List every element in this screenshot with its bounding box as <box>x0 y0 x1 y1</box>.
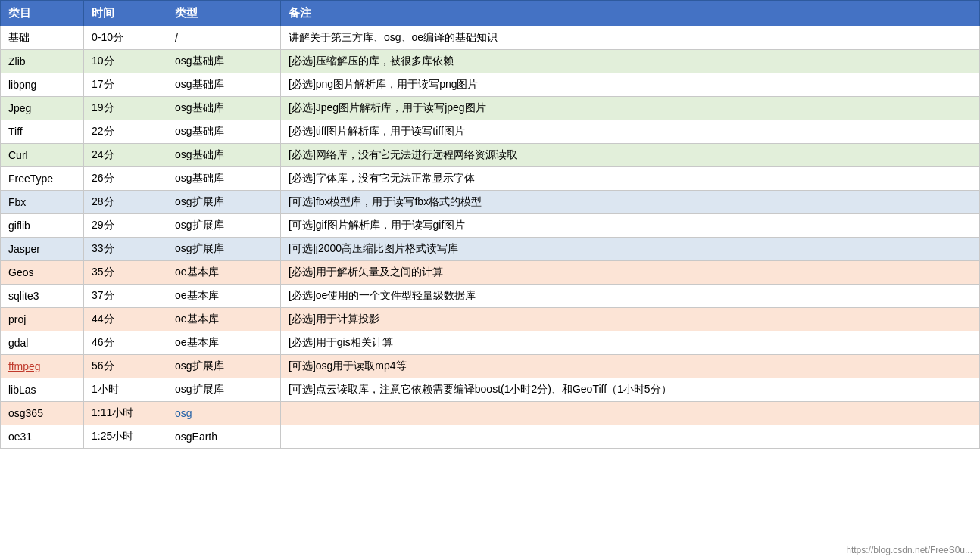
cell-category: FreeType <box>1 167 84 191</box>
table-row: Fbx28分osg扩展库[可选]fbx模型库，用于读写fbx格式的模型 <box>1 191 980 214</box>
data-table: 类目 时间 类型 备注 基础0-10分/讲解关于第三方库、osg、oe编译的基础… <box>0 0 980 449</box>
cell-type: osgEarth <box>167 425 281 449</box>
cell-note: [可选]fbx模型库，用于读写fbx格式的模型 <box>281 191 980 214</box>
table-row: Geos35分oe基本库[必选]用于解析矢量及之间的计算 <box>1 261 980 285</box>
cell-type: oe基本库 <box>167 308 281 331</box>
cell-time: 46分 <box>84 331 167 355</box>
cell-note: [必选]字体库，没有它无法正常显示字体 <box>281 167 980 191</box>
table-row: Jasper33分osg扩展库[可选]j2000高压缩比图片格式读写库 <box>1 238 980 261</box>
table-row: libLas1小时osg扩展库[可选]点云读取库，注意它依赖需要编译boost(… <box>1 378 980 402</box>
cell-note: [必选]tiff图片解析库，用于读写tiff图片 <box>281 120 980 144</box>
cell-type: osg基础库 <box>167 167 281 191</box>
table-row: Zlib10分osg基础库[必选]压缩解压的库，被很多库依赖 <box>1 50 980 73</box>
table-row: 基础0-10分/讲解关于第三方库、osg、oe编译的基础知识 <box>1 26 980 50</box>
cell-category: osg365 <box>1 402 84 425</box>
table-row: oe311:25小时osgEarth <box>1 425 980 449</box>
cell-type: oe基本库 <box>167 261 281 285</box>
cell-note: [必选]用于计算投影 <box>281 308 980 331</box>
cell-note: [必选]png图片解析库，用于读写png图片 <box>281 73 980 97</box>
cell-time: 37分 <box>84 285 167 308</box>
cell-note: [必选]oe使用的一个文件型轻量级数据库 <box>281 285 980 308</box>
main-container: 类目 时间 类型 备注 基础0-10分/讲解关于第三方库、osg、oe编译的基础… <box>0 0 980 449</box>
cell-time: 29分 <box>84 214 167 238</box>
cell-type: oe基本库 <box>167 285 281 308</box>
table-row: Tiff22分osg基础库[必选]tiff图片解析库，用于读写tiff图片 <box>1 120 980 144</box>
table-row: Curl24分osg基础库[必选]网络库，没有它无法进行远程网络资源读取 <box>1 144 980 167</box>
table-row: Jpeg19分osg基础库[必选]Jpeg图片解析库，用于读写jpeg图片 <box>1 97 980 120</box>
cell-category: Geos <box>1 261 84 285</box>
cell-category: proj <box>1 308 84 331</box>
cell-time: 22分 <box>84 120 167 144</box>
cell-type: osg <box>167 402 281 425</box>
cell-note: [可选]点云读取库，注意它依赖需要编译boost(1小时2分)、和GeoTiff… <box>281 378 980 402</box>
cell-type: osg基础库 <box>167 73 281 97</box>
cell-type: osg扩展库 <box>167 191 281 214</box>
cell-category: Zlib <box>1 50 84 73</box>
header-type: 类型 <box>167 1 281 26</box>
cell-category: sqlite3 <box>1 285 84 308</box>
cell-category: giflib <box>1 214 84 238</box>
cell-type: osg扩展库 <box>167 214 281 238</box>
cell-note: [必选]Jpeg图片解析库，用于读写jpeg图片 <box>281 97 980 120</box>
cell-time: 24分 <box>84 144 167 167</box>
cell-type: oe基本库 <box>167 331 281 355</box>
cell-time: 1:11小时 <box>84 402 167 425</box>
cell-category: libLas <box>1 378 84 402</box>
cell-note: [必选]用于gis相关计算 <box>281 331 980 355</box>
header-category: 类目 <box>1 1 84 26</box>
table-row: osg3651:11小时osg <box>1 402 980 425</box>
cell-type: osg扩展库 <box>167 355 281 378</box>
cell-type: osg扩展库 <box>167 238 281 261</box>
cell-time: 28分 <box>84 191 167 214</box>
cell-note: [必选]网络库，没有它无法进行远程网络资源读取 <box>281 144 980 167</box>
cell-type: osg基础库 <box>167 120 281 144</box>
header-note: 备注 <box>281 1 980 26</box>
cell-category: Jasper <box>1 238 84 261</box>
cell-type: osg基础库 <box>167 50 281 73</box>
cell-category: oe31 <box>1 425 84 449</box>
cell-note <box>281 402 980 425</box>
cell-note: [必选]用于解析矢量及之间的计算 <box>281 261 980 285</box>
cell-category: Curl <box>1 144 84 167</box>
table-row: FreeType26分osg基础库[必选]字体库，没有它无法正常显示字体 <box>1 167 980 191</box>
type-link[interactable]: osg <box>175 407 192 419</box>
cell-time: 56分 <box>84 355 167 378</box>
table-row: libpng17分osg基础库[必选]png图片解析库，用于读写png图片 <box>1 73 980 97</box>
cell-type: osg基础库 <box>167 97 281 120</box>
cell-type: / <box>167 26 281 50</box>
cell-note: [可选]osg用于读取mp4等 <box>281 355 980 378</box>
cell-category: Jpeg <box>1 97 84 120</box>
cell-time: 1小时 <box>84 378 167 402</box>
cell-note: 讲解关于第三方库、osg、oe编译的基础知识 <box>281 26 980 50</box>
cell-time: 1:25小时 <box>84 425 167 449</box>
cell-category: ffmpeg <box>1 355 84 378</box>
cell-time: 26分 <box>84 167 167 191</box>
cell-category: libpng <box>1 73 84 97</box>
cell-time: 10分 <box>84 50 167 73</box>
header-time: 时间 <box>84 1 167 26</box>
table-row: proj44分oe基本库[必选]用于计算投影 <box>1 308 980 331</box>
cell-category: Tiff <box>1 120 84 144</box>
cell-note <box>281 425 980 449</box>
table-row: ffmpeg56分osg扩展库[可选]osg用于读取mp4等 <box>1 355 980 378</box>
table-row: gdal46分oe基本库[必选]用于gis相关计算 <box>1 331 980 355</box>
table-header-row: 类目 时间 类型 备注 <box>1 1 980 26</box>
cell-time: 33分 <box>84 238 167 261</box>
cell-category: Fbx <box>1 191 84 214</box>
cell-type: osg扩展库 <box>167 378 281 402</box>
cell-time: 35分 <box>84 261 167 285</box>
cell-category: gdal <box>1 331 84 355</box>
cell-time: 17分 <box>84 73 167 97</box>
cell-time: 19分 <box>84 97 167 120</box>
category-link[interactable]: ffmpeg <box>8 360 41 372</box>
watermark: https://blog.csdn.net/FreeS0u... <box>846 545 972 555</box>
cell-note: [可选]gif图片解析库，用于读写gif图片 <box>281 214 980 238</box>
table-row: giflib29分osg扩展库[可选]gif图片解析库，用于读写gif图片 <box>1 214 980 238</box>
cell-time: 0-10分 <box>84 26 167 50</box>
cell-type: osg基础库 <box>167 144 281 167</box>
cell-note: [可选]j2000高压缩比图片格式读写库 <box>281 238 980 261</box>
table-row: sqlite337分oe基本库[必选]oe使用的一个文件型轻量级数据库 <box>1 285 980 308</box>
cell-time: 44分 <box>84 308 167 331</box>
cell-note: [必选]压缩解压的库，被很多库依赖 <box>281 50 980 73</box>
cell-category: 基础 <box>1 26 84 50</box>
